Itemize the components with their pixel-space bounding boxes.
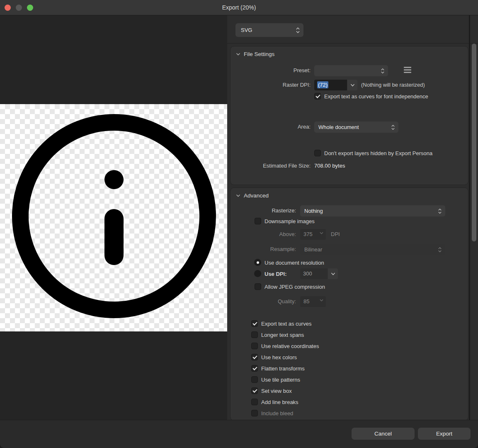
raster-dpi-value: (72) [317,81,328,88]
option-add-line-breaks-label: Add line breaks [261,399,298,406]
above-dpi-value: 375 [303,231,313,237]
quality-value: 85 [303,298,309,304]
use-document-resolution-label: Use document resolution [264,259,324,266]
chevron-updown-icon [438,208,442,214]
export-text-curves-label: Export text as curves for font independe… [324,93,428,100]
preset-label: Preset: [231,65,311,76]
estimated-size-label: Estimated File Size: [231,161,311,171]
option-export-text-as-curves-checkbox[interactable] [251,320,258,327]
chevron-down-icon [236,194,240,197]
option-add-line-breaks-checkbox[interactable] [251,399,258,405]
downsample-images-checkbox[interactable] [255,218,261,224]
use-dpi-radio[interactable] [254,270,261,277]
export-button[interactable]: Export [418,428,471,440]
option-use-relative-coordinates-label: Use relative coordinates [261,343,319,350]
export-text-curves-checkbox[interactable] [314,93,321,100]
scrollbar-thumb[interactable] [472,44,476,241]
dont-export-hidden-label: Don't export layers hidden by Export Per… [324,150,432,157]
advanced-title: Advanced [244,192,269,199]
advanced-panel: Advanced Rasterize: Nothing Downsample i… [230,187,468,421]
option-export-text-as-curves-label: Export text as curves [261,320,311,327]
allow-jpeg-checkbox[interactable] [255,283,261,290]
use-dpi-label: Use DPI: [264,270,286,278]
chevron-updown-icon [438,246,442,253]
above-label: Above: [231,229,296,240]
file-settings-title: File Settings [244,51,274,57]
above-dpi-suffix: DPI [331,229,340,240]
option-longer-text-spans-label: Longer text spans [261,331,304,338]
export-preview-pane [0,15,227,420]
resample-select: Bilinear [300,244,445,255]
rasterize-select-value: Nothing [304,208,323,214]
use-document-resolution-radio[interactable] [254,259,261,266]
format-strip: SVG [227,15,478,44]
downsample-images-label: Downsample images [264,218,315,225]
raster-dpi-input[interactable]: (72) [314,80,347,90]
advanced-header[interactable]: Advanced [236,192,269,199]
option-use-relative-coordinates-checkbox[interactable] [251,343,258,349]
chevron-updown-icon [381,68,385,74]
option-flatten-transforms-checkbox[interactable] [251,365,258,372]
option-include-bleed-checkbox [251,410,258,416]
raster-dpi-label: Raster DPI: [231,80,311,90]
area-select[interactable]: Whole document [314,122,398,133]
chevron-down-icon [350,84,355,87]
resample-select-value: Bilinear [304,246,322,253]
export-settings-pane: SVG File Settings Preset: Raster DPI: [227,15,478,420]
raster-dpi-dropdown-button[interactable] [347,80,357,90]
preset-menu-icon[interactable] [404,67,411,74]
option-set-view-box-checkbox[interactable] [251,387,258,394]
option-use-tile-patterns-checkbox[interactable] [251,376,258,383]
area-label: Area: [231,122,311,132]
rasterize-select[interactable]: Nothing [300,205,445,217]
estimated-size-value: 708.00 bytes [314,161,345,171]
use-dpi-value: 300 [303,270,312,277]
rasterize-label: Rasterize: [231,205,296,216]
above-dpi-combo: 375 [300,229,326,240]
dialog-footer: Cancel Export [0,420,478,448]
chevron-down-icon [236,53,240,56]
option-use-hex-colors-checkbox[interactable] [251,354,258,360]
window-title: Export (20%) [0,0,478,15]
option-longer-text-spans-checkbox[interactable] [251,331,258,338]
use-dpi-dropdown-button[interactable] [328,268,338,279]
raster-dpi-note: (Nothing will be rasterized) [361,80,425,90]
dont-export-hidden-checkbox[interactable] [314,150,321,156]
allow-jpeg-label: Allow JPEG compression [264,283,325,290]
use-dpi-input[interactable]: 300 [300,268,328,279]
chevron-down-icon [320,232,323,234]
export-dialog: Export (20%) SVG File Settings [0,0,478,448]
file-settings-header[interactable]: File Settings [236,51,274,57]
option-flatten-transforms-label: Flatten transforms [261,365,305,372]
chevron-down-icon [320,299,323,302]
resample-label: Resample: [231,244,296,255]
quality-label: Quality: [231,296,296,307]
option-use-tile-patterns-label: Use tile patterns [261,376,300,383]
info-icon-artwork [0,104,227,331]
scrollbar-track-divider [469,15,470,420]
format-select[interactable]: SVG [235,23,303,37]
chevron-down-icon [331,273,335,275]
quality-combo: 85 [300,296,326,307]
option-include-bleed-label: Include bleed [261,410,293,417]
cancel-button[interactable]: Cancel [352,428,415,440]
area-select-value: Whole document [318,124,359,130]
chevron-updown-icon [391,124,395,130]
transparency-checkerboard [0,104,227,331]
option-set-view-box-label: Set view box [261,387,292,394]
file-settings-panel: File Settings Preset: Raster DPI: (72) (… [230,46,468,185]
format-select-value: SVG [241,27,252,33]
title-bar: Export (20%) [0,0,478,15]
option-use-hex-colors-label: Use hex colors [261,354,297,361]
preset-select[interactable] [314,65,388,76]
chevron-updown-icon [296,27,300,34]
